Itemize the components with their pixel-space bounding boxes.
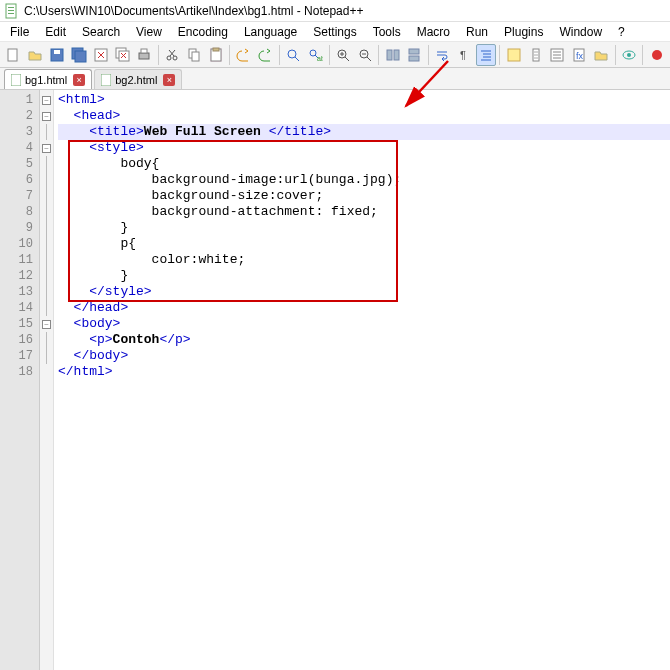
show-all-chars-button[interactable]: ¶ <box>454 44 475 66</box>
close-icon[interactable]: × <box>73 74 85 86</box>
zoom-in-button[interactable] <box>333 44 354 66</box>
close-icon[interactable]: × <box>163 74 175 86</box>
doc-map-button[interactable] <box>525 44 546 66</box>
udl-button[interactable] <box>503 44 524 66</box>
svg-rect-26 <box>387 50 392 60</box>
save-button[interactable] <box>47 44 68 66</box>
svg-point-14 <box>167 56 171 60</box>
menu-run[interactable]: Run <box>458 23 496 41</box>
toolbar-separator <box>499 45 500 65</box>
toolbar-separator <box>279 45 280 65</box>
svg-point-21 <box>288 50 296 58</box>
tabbar: bg1.html × bg2.html × <box>0 68 670 90</box>
svg-rect-4 <box>8 49 17 61</box>
sync-v-button[interactable] <box>382 44 403 66</box>
svg-text:ab: ab <box>317 55 323 62</box>
window-title: C:\Users\WIN10\Documents\Artikel\Index\b… <box>24 4 363 18</box>
svg-rect-29 <box>409 56 419 61</box>
copy-button[interactable] <box>184 44 205 66</box>
paste-button[interactable] <box>206 44 227 66</box>
close-button[interactable] <box>90 44 111 66</box>
find-button[interactable] <box>283 44 304 66</box>
toolbar-separator <box>615 45 616 65</box>
redo-button[interactable] <box>255 44 276 66</box>
toolbar-separator <box>329 45 330 65</box>
svg-rect-3 <box>8 13 14 14</box>
menu-file[interactable]: File <box>2 23 37 41</box>
print-button[interactable] <box>134 44 155 66</box>
menu-encoding[interactable]: Encoding <box>170 23 236 41</box>
zoom-out-button[interactable] <box>354 44 375 66</box>
menu-search[interactable]: Search <box>74 23 128 41</box>
menu-language[interactable]: Language <box>236 23 305 41</box>
toolbar-separator <box>642 45 643 65</box>
toolbar-separator <box>229 45 230 65</box>
menu-tools[interactable]: Tools <box>365 23 409 41</box>
cut-button[interactable] <box>162 44 183 66</box>
tab-bg1[interactable]: bg1.html × <box>4 69 92 89</box>
svg-rect-17 <box>192 52 199 61</box>
monitor-button[interactable] <box>618 44 639 66</box>
func-list-button[interactable]: fx <box>569 44 590 66</box>
svg-point-37 <box>627 53 631 57</box>
file-icon <box>101 74 111 86</box>
svg-text:fx: fx <box>576 51 584 61</box>
editor[interactable]: 123456789101112131415161718 − − − − <htm… <box>0 90 670 670</box>
fold-column[interactable]: − − − − <box>40 90 54 670</box>
save-all-button[interactable] <box>69 44 90 66</box>
svg-rect-27 <box>394 50 399 60</box>
svg-rect-6 <box>54 50 60 54</box>
tab-bg2[interactable]: bg2.html × <box>94 69 182 89</box>
menu-settings[interactable]: Settings <box>305 23 364 41</box>
svg-point-38 <box>652 50 662 60</box>
code-area[interactable]: <html> <head> <title>Web Full Screen </t… <box>54 90 670 670</box>
replace-button[interactable]: ab <box>305 44 326 66</box>
app-icon <box>4 3 20 19</box>
record-button[interactable] <box>646 44 667 66</box>
svg-rect-31 <box>508 49 520 61</box>
svg-rect-39 <box>11 74 21 86</box>
svg-point-15 <box>173 56 177 60</box>
toolbar: ab ¶ fx <box>0 42 670 68</box>
svg-text:¶: ¶ <box>460 49 466 61</box>
svg-rect-2 <box>8 10 14 11</box>
tab-label: bg1.html <box>25 74 67 86</box>
menu-window[interactable]: Window <box>551 23 610 41</box>
svg-rect-1 <box>8 7 14 8</box>
toolbar-separator <box>428 45 429 65</box>
menubar: File Edit Search View Encoding Language … <box>0 22 670 42</box>
wordwrap-button[interactable] <box>432 44 453 66</box>
svg-rect-28 <box>409 49 419 54</box>
menu-view[interactable]: View <box>128 23 170 41</box>
svg-rect-8 <box>75 51 86 62</box>
svg-rect-12 <box>139 53 149 59</box>
file-icon <box>11 74 21 86</box>
menu-help[interactable]: ? <box>610 23 633 41</box>
menu-macro[interactable]: Macro <box>409 23 458 41</box>
tab-label: bg2.html <box>115 74 157 86</box>
svg-rect-13 <box>141 49 147 53</box>
toolbar-separator <box>158 45 159 65</box>
line-number-gutter: 123456789101112131415161718 <box>0 90 40 670</box>
indent-guide-button[interactable] <box>476 44 497 66</box>
menu-edit[interactable]: Edit <box>37 23 74 41</box>
new-file-button[interactable] <box>3 44 24 66</box>
svg-rect-40 <box>101 74 111 86</box>
folder-button[interactable] <box>591 44 612 66</box>
doc-list-button[interactable] <box>547 44 568 66</box>
close-all-button[interactable] <box>112 44 133 66</box>
toolbar-separator <box>378 45 379 65</box>
sync-h-button[interactable] <box>404 44 425 66</box>
undo-button[interactable] <box>233 44 254 66</box>
svg-rect-20 <box>213 48 219 51</box>
titlebar: C:\Users\WIN10\Documents\Artikel\Index\b… <box>0 0 670 22</box>
open-file-button[interactable] <box>25 44 46 66</box>
menu-plugins[interactable]: Plugins <box>496 23 551 41</box>
